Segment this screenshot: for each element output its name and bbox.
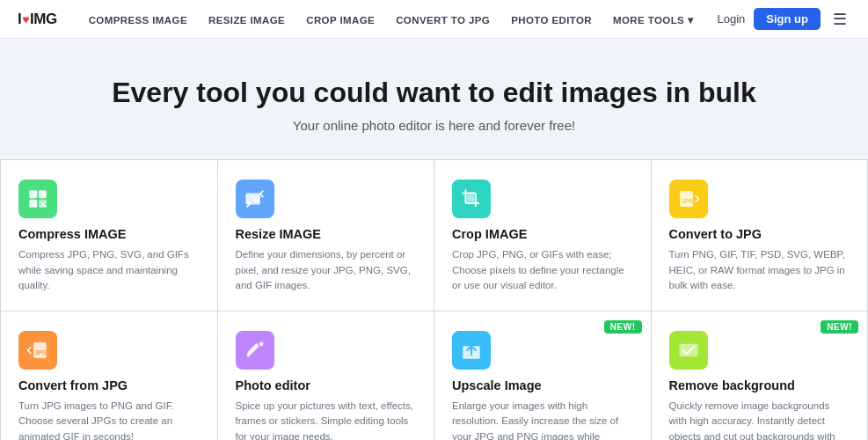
badge-new: New! (604, 320, 642, 334)
hero-title: Every tool you could want to edit images… (18, 76, 850, 109)
tool-card-remove-background[interactable]: New! Remove background Quickly remove im… (652, 312, 868, 440)
tool-card-compress-image[interactable]: Compress IMAGE Compress JPG, PNG, SVG, a… (1, 160, 217, 311)
nav-item-more-tools[interactable]: MORE TOOLS ▾ (602, 11, 704, 27)
nav-item-resize[interactable]: RESIZE IMAGE (198, 11, 295, 27)
tool-title-compress-image: Compress IMAGE (18, 227, 200, 241)
nav-link-photo-editor[interactable]: PHOTO EDITOR (500, 15, 602, 26)
svg-rect-0 (29, 191, 37, 199)
tool-desc-remove-background: Quickly remove image backgrounds with hi… (669, 399, 850, 440)
tool-icon-remove-background (669, 331, 708, 370)
svg-rect-5 (467, 195, 474, 202)
tool-icon-photo-editor (236, 331, 274, 370)
tool-desc-crop-image: Crop JPG, PNG, or GIFs with ease; Choose… (452, 247, 633, 293)
navbar: I♥IMG COMPRESS IMAGE RESIZE IMAGE CROP I… (0, 0, 868, 39)
tool-title-crop-image: Crop IMAGE (452, 227, 633, 241)
nav-item-convert[interactable]: CONVERT TO JPG (385, 11, 500, 27)
tool-desc-convert-to-jpg: Turn PNG, GIF, TIF, PSD, SVG, WEBP, HEIC… (669, 247, 850, 293)
svg-point-10 (259, 341, 263, 346)
logo-text: I♥IMG (18, 11, 57, 28)
tool-card-convert-to-jpg[interactable]: JPG Convert to JPG Turn PNG, GIF, TIF, P… (652, 160, 868, 311)
nav-link-compress[interactable]: COMPRESS IMAGE (78, 15, 198, 26)
svg-rect-4 (245, 194, 259, 205)
tool-icon-convert-to-jpg: JPG (669, 180, 708, 218)
tool-desc-photo-editor: Spice up your pictures with text, effect… (236, 399, 417, 440)
nav-item-compress[interactable]: COMPRESS IMAGE (78, 11, 198, 27)
nav-link-convert[interactable]: CONVERT TO JPG (385, 15, 500, 26)
tool-icon-compress-image (18, 180, 57, 218)
tool-title-convert-to-jpg: Convert to JPG (669, 227, 850, 241)
badge-new: New! (821, 320, 858, 334)
nav-item-photo-editor[interactable]: PHOTO EDITOR (500, 11, 602, 27)
tool-desc-resize-image: Define your dimensions, by percent or pi… (236, 247, 417, 293)
tool-card-crop-image[interactable]: Crop IMAGE Crop JPG, PNG, or GIFs with e… (434, 160, 651, 311)
logo[interactable]: I♥IMG (18, 11, 57, 28)
svg-text:JPG: JPG (35, 349, 47, 356)
nav-links: COMPRESS IMAGE RESIZE IMAGE CROP IMAGE C… (78, 11, 718, 27)
tool-title-resize-image: Resize IMAGE (236, 227, 417, 241)
svg-text:JPG: JPG (681, 198, 692, 204)
nav-link-resize[interactable]: RESIZE IMAGE (198, 15, 295, 26)
tool-card-convert-from-jpg[interactable]: JPG Convert from JPG Turn JPG images to … (1, 312, 217, 440)
tool-icon-upscale-image (452, 331, 491, 370)
tool-desc-upscale-image: Enlarge your images with high resolution… (452, 399, 633, 440)
hero-section: Every tool you could want to edit images… (0, 39, 868, 159)
nav-link-crop[interactable]: CROP IMAGE (295, 15, 385, 26)
menu-button[interactable]: ☰ (829, 8, 850, 31)
tool-title-upscale-image: Upscale Image (452, 378, 633, 392)
tool-title-convert-from-jpg: Convert from JPG (18, 378, 200, 392)
tools-grid: Compress IMAGE Compress JPG, PNG, SVG, a… (0, 159, 868, 440)
nav-item-crop[interactable]: CROP IMAGE (295, 11, 385, 27)
tool-title-remove-background: Remove background (669, 378, 850, 392)
login-button[interactable]: Login (718, 12, 746, 26)
tool-icon-convert-from-jpg: JPG (18, 331, 57, 370)
nav-link-more-tools[interactable]: MORE TOOLS ▾ (602, 15, 704, 26)
tool-desc-compress-image: Compress JPG, PNG, SVG, and GIFs while s… (18, 247, 200, 293)
signup-button[interactable]: Sign up (754, 8, 821, 30)
tool-icon-resize-image (236, 180, 274, 218)
tool-desc-convert-from-jpg: Turn JPG images to PNG and GIF. Choose s… (18, 399, 200, 440)
svg-rect-1 (39, 191, 47, 199)
hero-subtitle: Your online photo editor is here and for… (18, 118, 850, 133)
tool-icon-crop-image (452, 180, 491, 218)
svg-rect-2 (29, 200, 37, 208)
tool-card-upscale-image[interactable]: New! Upscale Image Enlarge your images w… (434, 312, 651, 440)
logo-i: I (18, 11, 21, 27)
tool-card-resize-image[interactable]: Resize IMAGE Define your dimensions, by … (218, 160, 434, 311)
tool-card-photo-editor[interactable]: Photo editor Spice up your pictures with… (218, 312, 434, 440)
logo-heart-icon: ♥ (22, 12, 29, 26)
nav-right: Login Sign up ☰ (718, 8, 850, 31)
tool-title-photo-editor: Photo editor (236, 378, 417, 392)
logo-img: IMG (30, 11, 57, 27)
